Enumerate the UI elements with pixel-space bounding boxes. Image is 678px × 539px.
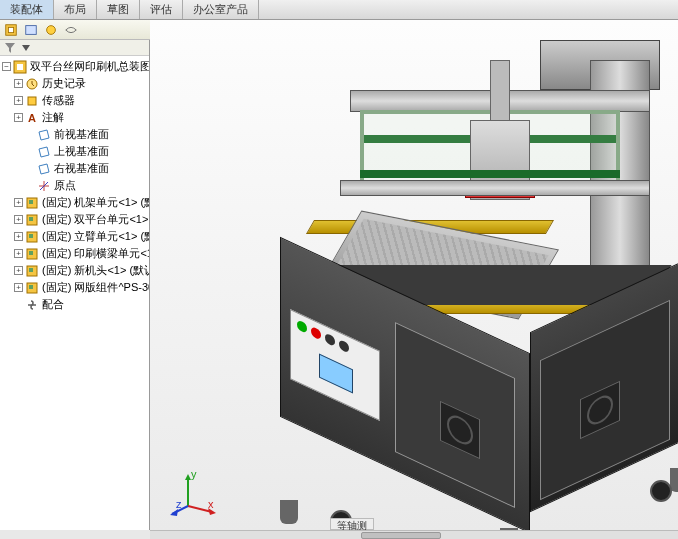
svg-text:A: A [28, 112, 36, 124]
svg-marker-14 [5, 43, 15, 53]
svg-marker-15 [22, 45, 30, 51]
svg-text:z: z [176, 498, 182, 510]
tab-office[interactable]: 办公室产品 [183, 0, 259, 19]
svg-rect-38 [29, 285, 33, 289]
svg-rect-30 [29, 217, 33, 221]
tree-label: 传感器 [42, 93, 75, 108]
tree-item-top-plane[interactable]: 上视基准面 [2, 143, 149, 160]
flyout-icon[interactable] [24, 23, 38, 37]
tab-evaluate[interactable]: 评估 [140, 0, 183, 19]
expander-icon[interactable]: + [14, 232, 23, 241]
tree-item-print-beam[interactable]: + (固定) 印刷横梁单元<1> (默 [2, 245, 149, 262]
svg-line-45 [172, 506, 188, 514]
svg-marker-40 [185, 474, 191, 480]
history-icon [25, 77, 39, 91]
tree-item-mates[interactable]: 配合 [2, 296, 149, 313]
tree-item-annotations[interactable]: + A 注解 [2, 109, 149, 126]
svg-rect-28 [29, 200, 33, 204]
view-orientation-label[interactable]: 等轴测 [330, 518, 374, 530]
expander-spacer [26, 147, 35, 156]
expander-icon[interactable]: + [14, 215, 23, 224]
expander-icon[interactable]: + [14, 198, 23, 207]
tree-label: (固定) 机架单元<1> (默认) [42, 195, 149, 210]
assembly-root-icon [13, 60, 27, 74]
display-pane-icon[interactable] [44, 23, 58, 37]
graphics-viewport[interactable]: y x z 等轴测 [150, 20, 678, 530]
tree-label: 配合 [42, 297, 64, 312]
svg-rect-17 [17, 64, 23, 70]
expander-spacer [26, 130, 35, 139]
tree-label: 原点 [54, 178, 76, 193]
plane-icon [37, 162, 51, 176]
model-render [210, 30, 678, 530]
svg-line-42 [188, 506, 212, 512]
tree-label: (固定) 双平台单元<1> (默认) [42, 212, 149, 227]
expander-icon[interactable]: + [14, 96, 23, 105]
origin-icon [37, 179, 51, 193]
annotation-icon: A [25, 111, 39, 125]
tree-item-history[interactable]: + 历史记录 [2, 75, 149, 92]
tree-item-frame-unit[interactable]: + (固定) 机架单元<1> (默认) [2, 194, 149, 211]
svg-rect-34 [29, 251, 33, 255]
tab-sketch[interactable]: 草图 [97, 0, 140, 19]
expander-icon[interactable]: − [2, 62, 11, 71]
svg-rect-2 [26, 25, 37, 34]
tree-item-arm-unit[interactable]: + (固定) 立臂单元<1> (默认) [2, 228, 149, 245]
tree-item-right-plane[interactable]: 右视基准面 [2, 160, 149, 177]
filter-icon[interactable] [4, 42, 16, 54]
svg-marker-46 [170, 509, 178, 516]
expander-icon[interactable]: + [14, 79, 23, 88]
sensor-icon [25, 94, 39, 108]
tree-item-dual-platform[interactable]: + (固定) 双平台单元<1> (默认) [2, 211, 149, 228]
scrollbar-thumb[interactable] [361, 532, 441, 539]
part-icon [25, 281, 39, 295]
tree-item-sensors[interactable]: + 传感器 [2, 92, 149, 109]
plane-icon [37, 145, 51, 159]
svg-marker-23 [39, 164, 49, 174]
expander-spacer [26, 164, 35, 173]
hide-icon[interactable] [64, 23, 78, 37]
horizontal-scrollbar[interactable] [150, 530, 678, 539]
tree-label: 注解 [42, 110, 64, 125]
command-manager-tabs: 装配体 布局 草图 评估 办公室产品 [0, 0, 678, 20]
tree-body: − 双平台丝网印刷机总装图 (默认‹ + 历史记录 + 传感器 + A 注解 前… [0, 56, 149, 315]
tree-label: (固定) 印刷横梁单元<1> (默 [42, 246, 149, 261]
svg-marker-21 [39, 130, 49, 140]
tree-label: (固定) 网版组件^PS-3045E- [42, 280, 149, 295]
plane-icon [37, 128, 51, 142]
tree-item-origin[interactable]: 原点 [2, 177, 149, 194]
feature-manager-tree: − 双平台丝网印刷机总装图 (默认‹ + 历史记录 + 传感器 + A 注解 前… [0, 40, 150, 530]
svg-rect-36 [29, 268, 33, 272]
tree-label: 历史记录 [42, 76, 86, 91]
tab-layout[interactable]: 布局 [54, 0, 97, 19]
part-icon [25, 196, 39, 210]
part-icon [25, 264, 39, 278]
expander-icon[interactable]: + [14, 283, 23, 292]
expander-icon[interactable]: + [14, 266, 23, 275]
expander-icon[interactable]: + [14, 249, 23, 258]
tree-item-front-plane[interactable]: 前视基准面 [2, 126, 149, 143]
tree-label: 前视基准面 [54, 127, 109, 142]
svg-point-3 [47, 25, 56, 34]
expander-icon[interactable]: + [14, 113, 23, 122]
expander-spacer [26, 181, 35, 190]
tree-item-screen-assembly[interactable]: + (固定) 网版组件^PS-3045E- [2, 279, 149, 296]
arrow-icon[interactable] [20, 42, 32, 54]
svg-rect-19 [28, 97, 36, 105]
tab-assembly[interactable]: 装配体 [0, 0, 54, 19]
tree-item-new-head[interactable]: + (固定) 新机头<1> (默认) [2, 262, 149, 279]
tree-root[interactable]: − 双平台丝网印刷机总装图 (默认‹ [2, 58, 149, 75]
part-icon [25, 230, 39, 244]
part-icon [25, 247, 39, 261]
expander-spacer [14, 300, 23, 309]
part-icon [25, 213, 39, 227]
tree-label: (固定) 新机头<1> (默认) [42, 263, 149, 278]
tree-label: (固定) 立臂单元<1> (默认) [42, 229, 149, 244]
svg-marker-22 [39, 147, 49, 157]
tree-label: 右视基准面 [54, 161, 109, 176]
svg-text:y: y [191, 468, 197, 480]
assembly-icon[interactable] [4, 23, 18, 37]
mates-icon [25, 298, 39, 312]
tree-root-label: 双平台丝网印刷机总装图 (默认‹ [30, 59, 149, 74]
feature-tree-header-toolbar [0, 20, 150, 40]
